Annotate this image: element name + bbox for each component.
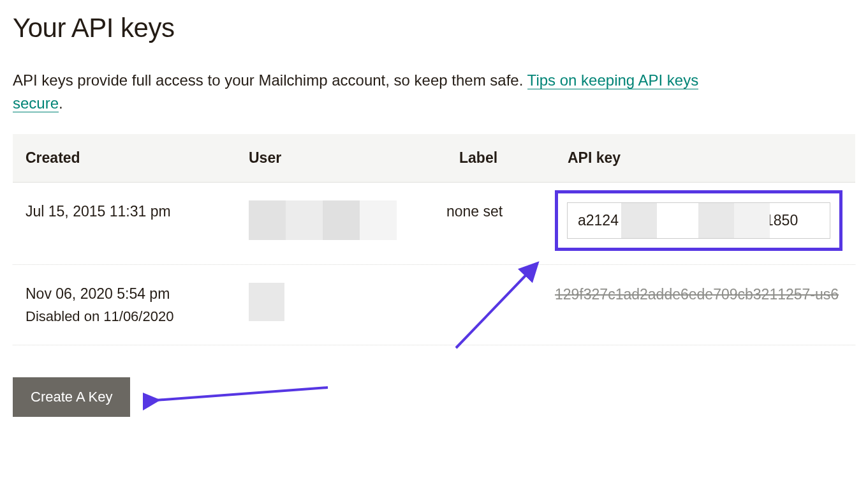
description-period: . bbox=[59, 94, 63, 112]
cell-created: Jul 15, 2015 11:31 pm bbox=[13, 194, 236, 229]
button-row: Create A Key bbox=[13, 377, 855, 417]
cell-created: Nov 06, 2020 5:54 pm Disabled on 11/06/2… bbox=[13, 276, 236, 334]
redacted-user-icon bbox=[249, 283, 284, 321]
header-apikey: API key bbox=[555, 134, 855, 182]
created-date: Nov 06, 2020 5:54 pm bbox=[26, 283, 223, 305]
cell-apikey bbox=[555, 194, 855, 251]
arrow-to-button-icon bbox=[143, 381, 334, 413]
page-title: Your API keys bbox=[13, 13, 855, 43]
redacted-user-icon bbox=[249, 200, 397, 240]
cell-apikey: 129f327c1ad2adde6ede709cb3211257-us6 bbox=[555, 276, 855, 313]
cell-user bbox=[236, 276, 446, 334]
redacted-overlay-icon bbox=[698, 203, 770, 238]
cell-label bbox=[446, 276, 555, 289]
table-row: Nov 06, 2020 5:54 pm Disabled on 11/06/2… bbox=[13, 265, 855, 346]
table-header-row: Created User Label API key bbox=[13, 134, 855, 183]
table-row: Jul 15, 2015 11:31 pm none set bbox=[13, 183, 855, 265]
description-text: API keys provide full access to your Mai… bbox=[13, 69, 714, 115]
cell-user bbox=[236, 194, 446, 253]
description-prefix: API keys provide full access to your Mai… bbox=[13, 71, 527, 89]
header-created: Created bbox=[13, 134, 236, 182]
header-user: User bbox=[236, 134, 446, 182]
cell-label: none set bbox=[446, 194, 555, 229]
apikey-disabled-text: 129f327c1ad2adde6ede709cb3211257-us6 bbox=[555, 276, 842, 313]
header-label: Label bbox=[446, 134, 555, 182]
disabled-note: Disabled on 11/06/2020 bbox=[26, 306, 223, 327]
apikey-highlight-box bbox=[555, 190, 842, 251]
redacted-overlay-icon bbox=[621, 203, 657, 238]
api-keys-table: Created User Label API key Jul 15, 2015 … bbox=[13, 134, 855, 345]
create-key-button[interactable]: Create A Key bbox=[13, 377, 130, 417]
svg-line-1 bbox=[156, 387, 328, 400]
